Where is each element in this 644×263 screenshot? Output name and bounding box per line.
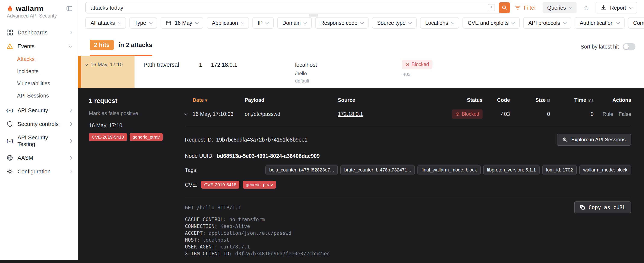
app-window: wallarm Advanced API Security Dashboards… — [0, 0, 644, 260]
filter-chip-date[interactable]: 16 May — [160, 17, 203, 29]
sidebar-item-vulnerabilities[interactable]: Vulnerabilities — [0, 77, 78, 90]
sidebar-item-security-controls[interactable]: Security controls — [0, 117, 78, 131]
download-icon — [601, 5, 607, 11]
sidebar-item-attacks[interactable]: Attacks — [0, 53, 78, 65]
request-id-row: Request ID: 19b7bc8ddfa43a72b7b74151fc8b… — [185, 134, 631, 146]
sidebar-item-api-security-testing[interactable]: {-} API Security Testing — [0, 131, 78, 151]
detail-badges: CVE-2019-5418 generic_ptrav — [89, 133, 185, 141]
sidebar-item-configuration[interactable]: Configuration — [0, 165, 78, 178]
filter-chip-response-code[interactable]: Response code — [315, 17, 368, 29]
blocked-icon: ⊘ — [456, 111, 460, 117]
search-button[interactable] — [499, 2, 510, 13]
col-source: Source — [338, 97, 440, 103]
response-code: 403 — [403, 72, 473, 77]
favorite-star-icon[interactable]: ☆ — [583, 4, 589, 11]
tag-chip[interactable]: bola_counter: i:478:f82823e7... — [266, 165, 338, 174]
attack-tag-badge[interactable]: generic_ptrav — [130, 133, 163, 141]
hits-tab[interactable]: 2 hits in 2 attacks — [90, 40, 152, 56]
node-uuid-label: Node UUID: — [185, 153, 214, 159]
request-source-link[interactable]: 172.18.0.1 — [338, 111, 363, 117]
chevron-down-icon — [629, 6, 633, 9]
col-date[interactable]: Date ▾ — [192, 97, 245, 103]
calendar-icon — [166, 20, 171, 26]
results-header: 2 hits in 2 attacks Sort by latest hit — [78, 33, 644, 56]
sidebar-item-incidents[interactable]: Incidents — [0, 65, 78, 77]
request-code: 403 — [482, 111, 510, 117]
filter-chip-api-protocols[interactable]: API protocols — [523, 17, 571, 29]
http-header-value: no-transform — [229, 217, 265, 222]
filter-chip-type[interactable]: Type — [130, 17, 157, 29]
tags-label: Tags: — [185, 167, 198, 173]
sidebar-item-aasm[interactable]: AASM — [0, 151, 78, 165]
filters-collapse-handle[interactable] — [309, 14, 318, 17]
chevron-down-icon — [69, 44, 72, 48]
filter-chip-compare-to[interactable]: Compare to... — [628, 17, 644, 29]
shield-icon — [6, 121, 13, 127]
requests-table-header: Date ▾ Payload Source Status Code Size B… — [185, 97, 631, 103]
http-request-block: GET /hello HTTP/1.1 CACHE-CONTROL: no-tr… — [185, 197, 631, 257]
copy-as-curl-button[interactable]: Copy as cURL — [574, 201, 631, 213]
sort-label: Sort by latest hit — [580, 44, 619, 50]
filter-chip-all-attacks[interactable]: All attacks — [86, 17, 126, 29]
sidebar-collapse-icon[interactable] — [66, 5, 72, 12]
request-date: 16 May, 17:10:03 — [192, 111, 245, 117]
tag-chip[interactable]: final_wallarm_mode: block — [418, 165, 480, 174]
http-header-name: HOST: — [185, 237, 200, 243]
chevron-right-icon — [69, 31, 72, 35]
col-status: Status — [440, 97, 482, 103]
detail-summary: 1 request Mark as false positive 16 May,… — [78, 88, 185, 260]
filter-label: Filter — [524, 5, 536, 11]
main-content: / Filter Queries ☆ Report — [78, 0, 644, 260]
search-icon — [502, 5, 507, 11]
sidebar-item-api-sessions[interactable]: API Sessions — [0, 90, 78, 102]
sidebar-item-dashboards[interactable]: Dashboards — [0, 26, 78, 39]
grid-icon — [6, 29, 13, 36]
filter-button[interactable]: Filter — [515, 5, 536, 11]
mark-false-positive-link[interactable]: Mark as false positive — [89, 110, 185, 116]
search-input[interactable] — [86, 2, 510, 14]
rule-action-link[interactable]: Rule — [602, 111, 613, 117]
col-payload: Payload — [245, 97, 338, 103]
sort-toggle[interactable] — [623, 43, 636, 50]
report-button[interactable]: Report — [596, 2, 637, 14]
chevron-down-icon — [84, 63, 88, 66]
sidebar-item-api-security[interactable]: {-} API Security — [0, 104, 78, 117]
request-id-value: 19b7bc8ddfa43a72b7b74151fc8b9ee1 — [216, 137, 308, 143]
filter-chip-source-type[interactable]: Source type — [372, 17, 416, 29]
brand-subtitle: Advanced API Security — [7, 13, 72, 19]
sidebar-item-label: Events — [18, 43, 34, 50]
http-header-value: Keep-Alive — [220, 223, 250, 229]
chevron-down-icon — [304, 21, 307, 24]
cve-chip[interactable]: generic_ptrav — [243, 181, 276, 189]
filter-chip-ip[interactable]: IP — [252, 17, 274, 29]
http-header-name: CACHE-CONTROL: — [185, 217, 226, 222]
queries-label: Queries — [547, 5, 566, 11]
brand-name: wallarm — [16, 4, 43, 13]
filter-chip-authentication[interactable]: Authentication — [574, 17, 624, 29]
false-positive-action-link[interactable]: False — [618, 111, 631, 117]
braces-icon: {-} — [6, 107, 13, 114]
http-header-value: d3f2a7b34810e96a7fee0e372cb545ec — [235, 251, 330, 256]
attack-row[interactable]: 16 May, 17:10 Path traversal 1 172.18.0.… — [78, 56, 644, 88]
attack-domain: localhost — [295, 62, 402, 68]
queries-dropdown[interactable]: Queries — [542, 2, 577, 13]
tag-chip[interactable]: brute_counter: b:478:a732471... — [340, 165, 415, 174]
cve-badge[interactable]: CVE-2019-5418 — [89, 133, 127, 141]
tag-chip[interactable]: wallarm_mode: block — [579, 165, 631, 174]
col-actions: Actions — [594, 97, 631, 103]
filter-chip-application[interactable]: Application — [207, 17, 249, 29]
sidebar-item-events[interactable]: Events — [0, 39, 78, 53]
attacks-count-label: in 2 attacks — [118, 42, 152, 49]
request-row[interactable]: 16 May, 17:10:03 on,/etc/passwd 172.18.0… — [185, 109, 631, 126]
sidebar-item-label: Dashboards — [18, 29, 48, 36]
filter-chip-locations[interactable]: Locations — [420, 17, 459, 29]
warning-triangle-icon — [6, 43, 13, 50]
filter-chip-domain[interactable]: Domain — [277, 17, 312, 29]
tag-chip[interactable]: libproton_version: 5.1.1 — [483, 165, 540, 174]
col-code: Code — [482, 97, 510, 103]
tag-chip[interactable]: lom_id: 1702 — [542, 165, 577, 174]
chevron-down-icon — [149, 21, 153, 24]
filter-chip-cve-exploits[interactable]: CVE and exploits — [462, 17, 520, 29]
explore-api-sessions-button[interactable]: Explore in API Sessions — [557, 134, 631, 146]
cve-chip[interactable]: CVE-2019-5418 — [201, 181, 239, 189]
